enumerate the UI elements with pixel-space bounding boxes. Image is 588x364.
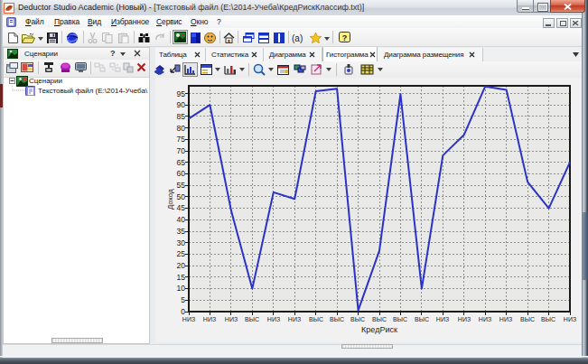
svg-text:?: ? <box>342 33 348 42</box>
